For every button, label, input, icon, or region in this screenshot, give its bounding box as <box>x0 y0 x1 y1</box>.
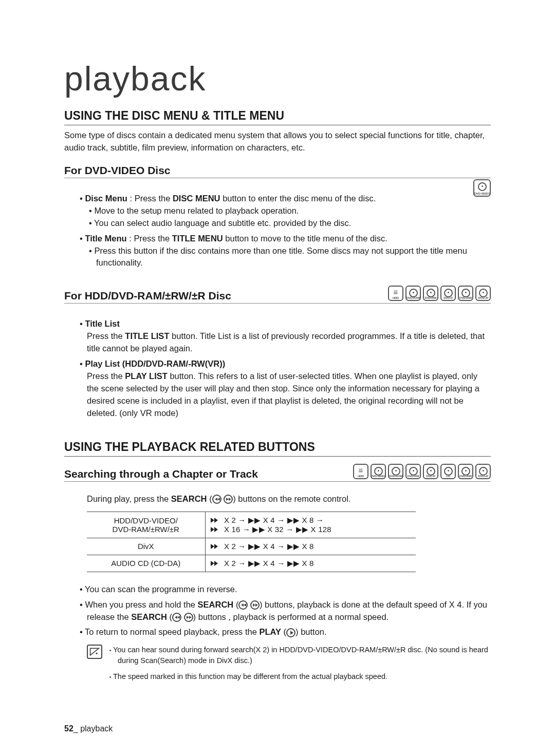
disc-icon-strip: HDD DVD-RAM DVD-RW DVD-R DVD+RW DVD+R <box>388 286 491 302</box>
dvd-ram-icon: DVD-RAM <box>405 286 421 301</box>
section-heading-disc-title-menu: USING THE DISC MENU & TITLE MENU <box>64 109 491 125</box>
dvd-video-icon: DVD-VIDEO <box>371 464 386 479</box>
fastforward-glyph <box>211 544 222 549</box>
rewind-icon <box>238 600 248 610</box>
hdd-icon: HDD <box>353 464 368 479</box>
dvd-pr-icon: DVD+R <box>475 464 491 479</box>
subheading-label: For DVD-VIDEO Disc <box>64 164 171 177</box>
dvd-rw-icon: DVD-RW <box>405 464 421 479</box>
disc-icon-strip: HDD DVD-VIDEO DVD-RAM DVD-RW DVD-R CD DV… <box>353 464 491 480</box>
dvd-rw-icon: DVD-RW <box>423 286 438 301</box>
list-item: Move to the setup menu related to playba… <box>96 205 491 217</box>
speed-table: HDD/DVD-VIDEO/ DVD-RAM/±RW/±R X 2 → ▶▶ X… <box>87 512 416 572</box>
search-lead-text: During play, press the SEARCH ( ) button… <box>87 493 491 505</box>
subheading-label: Searching through a Chapter or Track <box>64 468 258 480</box>
dvd-prw-icon: DVD+RW <box>458 464 473 479</box>
title-list-item: Title List Press the TITLE LIST button. … <box>87 318 491 355</box>
table-row: HDD/DVD-VIDEO/ DVD-RAM/±RW/±R X 2 → ▶▶ X… <box>87 512 416 538</box>
cell-label: DVD-RAM/±RW/±R <box>92 525 200 534</box>
fastforward-icon <box>224 495 233 504</box>
note-icon <box>87 645 102 659</box>
note-lines: You can hear sound during forward search… <box>109 645 491 687</box>
table-row: DivX X 2 → ▶▶ X 4 → ▶▶ X 8 <box>87 538 416 555</box>
fastforward-glyph <box>211 518 222 523</box>
dvd-r-icon: DVD-R <box>440 286 456 301</box>
play-icon <box>286 628 295 637</box>
svg-point-0 <box>96 653 98 654</box>
hdd-icon: HDD <box>388 286 403 301</box>
cell-label: DivX <box>87 538 205 555</box>
dvdvideo-list: Disc Menu : Press the DISC MENU button t… <box>64 193 491 270</box>
play-list-item: Play List (HDD/DVD-RAM/-RW(VR)) Press th… <box>87 358 491 420</box>
page-footer: 52_ playback <box>64 724 113 733</box>
fastforward-icon <box>184 613 193 622</box>
cell-label: AUDIO CD (CD-DA) <box>87 555 205 572</box>
subheading-label: For HDD/DVD-RAM/±RW/±R Disc <box>64 290 231 302</box>
list-item: Press this button if the disc contains m… <box>96 245 491 270</box>
list-item: You can scan the programme in reverse. <box>87 583 491 596</box>
dvd-video-icon: DVD-VIDEO <box>473 179 491 197</box>
cell-label: HDD/DVD-VIDEO/ <box>92 516 200 525</box>
table-row: AUDIO CD (CD-DA) X 2 → ▶▶ X 4 → ▶▶ X 8 <box>87 555 416 572</box>
dvd-ram-icon: DVD-RAM <box>388 464 403 479</box>
section-heading-playback-buttons: USING THE PLAYBACK RELATED BUTTONS <box>64 440 491 457</box>
footer-label: playback <box>80 724 113 733</box>
subheading-dvdvideo: For DVD-VIDEO Disc <box>64 164 491 178</box>
note-item: You can hear sound during forward search… <box>109 645 491 666</box>
note-block: You can hear sound during forward search… <box>87 645 491 687</box>
disc-icon-label: DVD-VIDEO <box>474 192 490 195</box>
dvd-r-icon: DVD-R <box>423 464 438 479</box>
list-item: To return to normal speed playback, pres… <box>87 626 491 638</box>
fastforward-icon <box>250 600 260 610</box>
section-intro: Some type of discs contain a dedicated m… <box>64 129 491 154</box>
title-menu-item: Title Menu : Press the TITLE MENU button… <box>87 233 491 270</box>
list-item: When you press and hold the SEARCH ( ) b… <box>87 599 491 623</box>
bold-label: Disc Menu <box>85 194 127 203</box>
list-item: You can select audio language and subtit… <box>96 217 491 230</box>
dvd-pr-icon: DVD+R <box>475 286 491 301</box>
disc-menu-item: Disc Menu : Press the DISC MENU button t… <box>87 193 491 230</box>
hdd-disc-list: Title List Press the TITLE LIST button. … <box>64 318 491 419</box>
page-number: 52 <box>64 724 73 733</box>
rewind-icon <box>172 613 181 622</box>
page-title: playback <box>64 62 491 96</box>
note-item: The speed marked in this function may be… <box>109 671 491 682</box>
subheading-searching: Searching through a Chapter or Track HDD… <box>64 464 491 482</box>
search-notes-list: You can scan the programme in reverse. W… <box>64 583 491 639</box>
dvd-prw-icon: DVD+RW <box>458 286 473 301</box>
subheading-hdd-disc: For HDD/DVD-RAM/±RW/±R Disc HDD DVD-RAM … <box>64 286 491 304</box>
rewind-icon <box>212 495 221 504</box>
cd-icon: CD <box>440 464 456 479</box>
fastforward-glyph <box>211 561 222 566</box>
fastforward-glyph <box>211 527 222 532</box>
